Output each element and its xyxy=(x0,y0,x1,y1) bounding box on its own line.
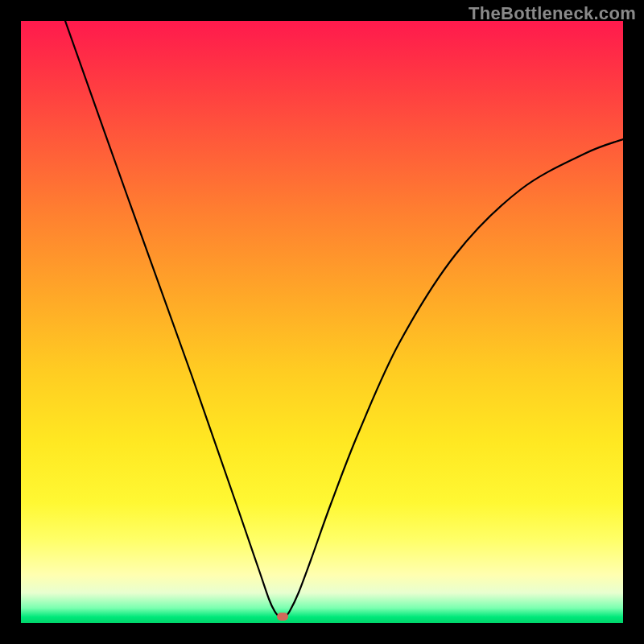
bottleneck-curve xyxy=(21,21,623,623)
optimal-point-marker xyxy=(277,613,288,621)
chart-frame xyxy=(21,21,623,623)
